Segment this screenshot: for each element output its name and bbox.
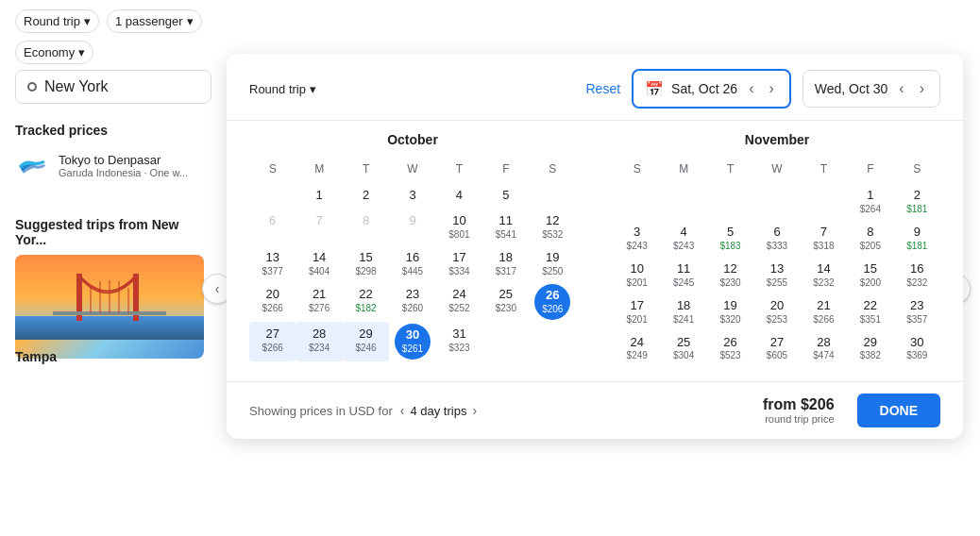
oct-22[interactable]: 22$182 [343, 282, 389, 322]
oct-27[interactable]: 27$266 [249, 322, 296, 361]
class-btn[interactable]: Economy ▾ [15, 41, 93, 64]
oct-30[interactable]: 30 $261 [389, 322, 435, 361]
oct-empty-1 [249, 183, 296, 209]
trip-dur-prev[interactable]: ‹ [400, 403, 405, 418]
nov-6[interactable]: 6$333 [753, 220, 800, 257]
nov-10[interactable]: 10$201 [614, 257, 660, 293]
nov-dow-sa: S [894, 159, 940, 183]
oct-9[interactable]: 9 [389, 209, 435, 245]
nov-25[interactable]: 25$304 [660, 330, 706, 367]
trip-dur-next[interactable]: › [472, 403, 477, 418]
trip-card-sf[interactable] [15, 255, 204, 359]
oct-18[interactable]: 18$317 [482, 245, 529, 282]
tracked-prices-section: Tracked prices Tokyo to Denpasar Garuda … [0, 123, 227, 186]
nov-e1 [614, 183, 660, 220]
nov-1[interactable]: 1$264 [847, 183, 893, 220]
oct-19[interactable]: 19$250 [530, 245, 576, 282]
round-trip-selector[interactable]: Round trip ▾ [249, 82, 316, 96]
nov-2[interactable]: 2$181 [894, 183, 940, 220]
nov-28[interactable]: 28$474 [801, 330, 847, 367]
start-date-input[interactable]: 📅 Sat, Oct 26 ‹ › [632, 69, 791, 109]
oct-8[interactable]: 8 [343, 209, 389, 245]
oct-11[interactable]: 11$541 [482, 209, 529, 245]
nov-27[interactable]: 27$605 [753, 330, 800, 367]
nov-29[interactable]: 29$382 [847, 330, 893, 367]
oct-14[interactable]: 14$404 [296, 245, 342, 282]
oct-23[interactable]: 23$260 [389, 282, 435, 322]
nov-17[interactable]: 17$201 [614, 293, 660, 330]
end-date-prev[interactable]: ‹ [895, 78, 907, 99]
oct-7[interactable]: 7 [296, 209, 342, 245]
oct-empty-3 [482, 322, 529, 361]
oct-20[interactable]: 20$266 [249, 282, 296, 322]
tracked-prices-title: Tracked prices [15, 123, 211, 138]
oct-2[interactable]: 2 [343, 183, 389, 209]
november-month: November S M T W T F S 1$264 2$181 3$243 [614, 132, 940, 366]
calendar-header: Round trip ▾ Reset 📅 Sat, Oct 26 ‹ › Wed… [227, 54, 963, 121]
nov-9[interactable]: 9$181 [894, 220, 940, 257]
oct-4[interactable]: 4 [436, 183, 482, 209]
passengers-label: 1 passenger [115, 14, 183, 28]
passengers-btn[interactable]: 1 passenger ▾ [107, 9, 202, 33]
end-date-next[interactable]: › [916, 78, 928, 99]
oct-28[interactable]: 28$234 [296, 322, 342, 361]
oct-15[interactable]: 15$298 [343, 245, 389, 282]
oct-17[interactable]: 17$334 [436, 245, 482, 282]
nov-11[interactable]: 11$245 [660, 257, 706, 293]
nov-dow-m: M [660, 159, 706, 183]
october-month: October S M T W T F S 1 2 3 4 5 6 7 [249, 132, 576, 366]
start-date-prev[interactable]: ‹ [745, 78, 757, 99]
origin-row[interactable]: New York [15, 70, 211, 104]
end-date-input[interactable]: Wed, Oct 30 ‹ › [803, 70, 940, 108]
nov-22[interactable]: 22$351 [847, 293, 893, 330]
nov-16[interactable]: 16$232 [894, 257, 940, 293]
showing-text: Showing prices in USD for [249, 404, 393, 418]
oct-25[interactable]: 25$230 [482, 282, 529, 322]
nov-26[interactable]: 26$523 [707, 330, 753, 367]
oct-10[interactable]: 10$801 [436, 209, 482, 245]
tracked-airline: Garuda Indonesia · One w... [59, 167, 188, 178]
oct-6[interactable]: 6 [249, 209, 296, 245]
nov-18[interactable]: 18$241 [660, 293, 706, 330]
price-amount: from $206 [763, 396, 835, 413]
nov-30[interactable]: 30$369 [894, 330, 940, 367]
nov-e3 [707, 183, 753, 220]
nov-21[interactable]: 21$266 [801, 293, 847, 330]
nov-13[interactable]: 13$255 [753, 257, 800, 293]
nov-20[interactable]: 20$253 [753, 293, 800, 330]
nov-7[interactable]: 7$318 [801, 220, 847, 257]
nov-14[interactable]: 14$232 [801, 257, 847, 293]
oct-12[interactable]: 12$532 [530, 209, 576, 245]
oct-5[interactable]: 5 [482, 183, 529, 209]
nov-5[interactable]: 5$183 [707, 220, 753, 257]
nov-24[interactable]: 24$249 [614, 330, 660, 367]
oct-21[interactable]: 21$276 [296, 282, 342, 322]
oct-31[interactable]: 31$323 [436, 322, 482, 361]
dow-t1: T [343, 159, 389, 183]
class-label: Economy [24, 45, 75, 59]
nov-8[interactable]: 8$205 [847, 220, 893, 257]
oct-1[interactable]: 1 [296, 183, 342, 209]
nov-dow-th: T [801, 159, 847, 183]
nov-19[interactable]: 19$320 [707, 293, 753, 330]
start-date-next[interactable]: › [765, 78, 777, 99]
nov-15[interactable]: 15$200 [847, 257, 893, 293]
nov-12[interactable]: 12$230 [707, 257, 753, 293]
nov-e5 [801, 183, 847, 220]
nov-23[interactable]: 23$357 [894, 293, 940, 330]
round-trip-btn[interactable]: Round trip ▾ [15, 9, 99, 33]
oct-16[interactable]: 16$445 [389, 245, 435, 282]
calendar-footer: Showing prices in USD for ‹ 4 day trips … [227, 381, 963, 439]
calendar-overlay: Round trip ▾ Reset 📅 Sat, Oct 26 ‹ › Wed… [227, 54, 963, 439]
nov-4[interactable]: 4$243 [660, 220, 706, 257]
oct-3[interactable]: 3 [389, 183, 435, 209]
oct-24[interactable]: 24$252 [436, 282, 482, 322]
nov-3[interactable]: 3$243 [614, 220, 660, 257]
oct-26[interactable]: 26 $206 [530, 282, 576, 322]
done-button[interactable]: DONE [857, 394, 940, 427]
reset-button[interactable]: Reset [586, 81, 621, 96]
tampa-section: Tampa [0, 349, 227, 364]
oct-29[interactable]: 29$246 [343, 322, 389, 361]
oct-13[interactable]: 13$377 [249, 245, 296, 282]
tracked-item[interactable]: Tokyo to Denpasar Garuda Indonesia · One… [15, 145, 211, 186]
